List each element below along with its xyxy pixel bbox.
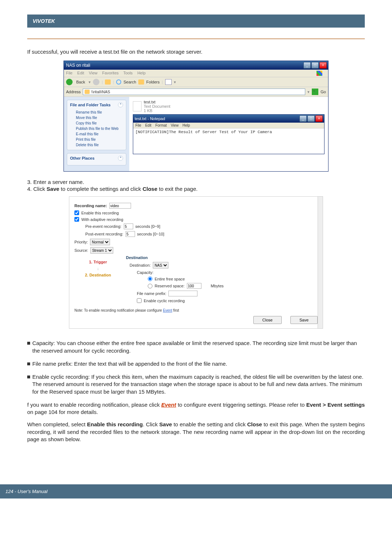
menu-file[interactable]: File [66,71,73,75]
notepad-menu-help[interactable]: Help [183,123,190,127]
step-destination[interactable]: 2. Destination [74,273,122,277]
destination-select[interactable]: NAS [153,262,168,268]
priority-select[interactable]: Normal [90,239,110,245]
arrow-down-icon: ↓ [74,266,122,271]
page-footer: 124 - User's Manual [0,484,392,498]
bullet-icon [27,362,30,365]
task-print[interactable]: Print this file [70,137,123,142]
step-trigger[interactable]: 1. Trigger [74,260,122,264]
reserved-radio[interactable] [148,284,152,288]
notepad-menu-edit[interactable]: Edit [145,123,151,127]
event-link[interactable]: Event [161,402,176,408]
folders-button[interactable]: Folders [146,80,160,84]
go-icon[interactable]: → [312,89,318,95]
task-publish[interactable]: Publish this file to the Web [70,126,123,131]
views-icon[interactable] [165,79,172,85]
search-button[interactable]: Search [123,80,136,84]
notepad-minimize-button[interactable]: _ [299,115,307,122]
address-bar: Address \\ritali\NAS ▾ → Go [64,87,328,97]
explorer-main-pane: test.txt Text Document 1 KB test.txt - N… [129,97,328,171]
task-copy[interactable]: Copy this file [70,120,123,126]
close-button[interactable]: Close [253,316,282,324]
windows-flag-icon [317,71,322,76]
folders-icon [138,79,144,85]
notepad-menu-view[interactable]: View [171,123,179,127]
address-input[interactable]: \\ritali\NAS [83,89,305,95]
save-button[interactable]: Save [290,316,318,324]
notepad-menu-file[interactable]: File [135,123,141,127]
destination-label: Destination: [130,263,151,267]
cyclic-label: Enable cyclic recording [144,299,185,303]
header-divider [27,38,365,39]
capacity-label: Capacity: [137,270,154,275]
file-size: 1 KB [144,108,170,113]
up-icon[interactable] [105,79,111,85]
explorer-titlebar: NAS on ritali _ □ × [64,61,328,70]
menu-edit[interactable]: Edit [77,71,84,75]
bullet-cyclic: Enable cyclic recording: If you check th… [32,373,365,395]
post-event-label: Post-event recording: [85,232,123,236]
recording-dialog: Recording name: Enable this recording Wi… [69,196,323,329]
step-3: 3. Enter a server name. [27,179,365,185]
cyclic-checkbox[interactable] [137,298,142,303]
notepad-menu-format[interactable]: Format [155,123,167,127]
pre-event-label: Pre-event recording: [85,224,122,229]
explorer-side-pane: File and Folder Tasks⌃ Rename this file … [64,97,129,171]
maximize-button[interactable]: □ [311,62,319,69]
enable-recording-checkbox[interactable] [74,210,79,215]
menu-view[interactable]: View [89,71,98,75]
recording-name-input[interactable] [109,203,131,209]
adaptive-label: With adaptive recording [81,217,123,222]
bullet-prefix: File name prefix: Enter the text that wi… [32,360,227,368]
completed-paragraph: When completed, select Enable this recor… [27,421,365,443]
step-4: 4. Click Save to complete the settings a… [27,186,365,192]
reserved-input[interactable] [187,283,201,289]
task-email[interactable]: E-mail this file [70,131,123,137]
pre-event-input[interactable] [124,223,133,229]
back-icon[interactable] [66,79,73,85]
address-label: Address [66,90,81,94]
notepad-menubar: File Edit Format View Help [133,123,324,128]
notepad-maximize-button[interactable]: □ [307,115,315,122]
explorer-toolbar: Back ▾ | | Search Folders | ▾ [64,77,328,87]
source-select[interactable]: Stream 1 [90,247,113,254]
prefix-label: File name prefix: [137,291,166,296]
post-event-input[interactable] [126,231,135,237]
file-item[interactable]: test.txt Text Document 1 KB [133,100,324,113]
notification-paragraph: f you want to enable recording notificat… [27,401,365,416]
scrollbar[interactable] [318,197,323,328]
bullet-icon [27,376,30,378]
file-name: test.txt [144,100,170,104]
forward-icon[interactable] [93,79,99,85]
close-button[interactable]: × [319,62,327,69]
search-icon [116,79,121,85]
explorer-menubar: File Edit View Favorites Tools Help [64,70,328,77]
menu-favorites[interactable]: Favorites [102,71,119,75]
entire-radio[interactable] [148,276,152,281]
event-link[interactable]: Event [163,308,172,312]
back-button[interactable]: Back [75,79,86,85]
notepad-title: test.txt - Notepad [135,116,165,121]
folder-icon [85,90,90,94]
menu-help[interactable]: Help [137,71,146,75]
chevron-up-icon[interactable]: ⌃ [118,102,123,107]
side-panel-other-title: Other Places [70,156,94,160]
footer-text: 124 - User's Manual [5,489,48,494]
go-label[interactable]: Go [320,90,326,94]
task-move[interactable]: Move this file [70,115,123,120]
prefix-input[interactable] [168,291,197,296]
task-delete[interactable]: Delete this file [70,142,123,148]
source-label: Source: [74,248,88,253]
notepad-window: test.txt - Notepad _ □ × File Edit Forma… [133,114,324,154]
task-rename[interactable]: Rename this file [70,110,123,115]
side-panel-title: File and Folder Tasks [70,103,111,107]
notepad-content[interactable]: [NOTIFICATION]The Result of Server Test … [133,128,324,154]
chevron-up-icon[interactable]: ⌃ [118,156,123,161]
brand-text: VIVOTEK [33,18,55,24]
reserved-unit: Mbytes [211,284,224,288]
menu-tools[interactable]: Tools [123,71,133,75]
minimize-button[interactable]: _ [303,62,311,69]
adaptive-checkbox[interactable] [74,217,79,222]
notepad-close-button[interactable]: × [315,115,323,122]
enable-recording-label: Enable this recording [81,211,119,215]
